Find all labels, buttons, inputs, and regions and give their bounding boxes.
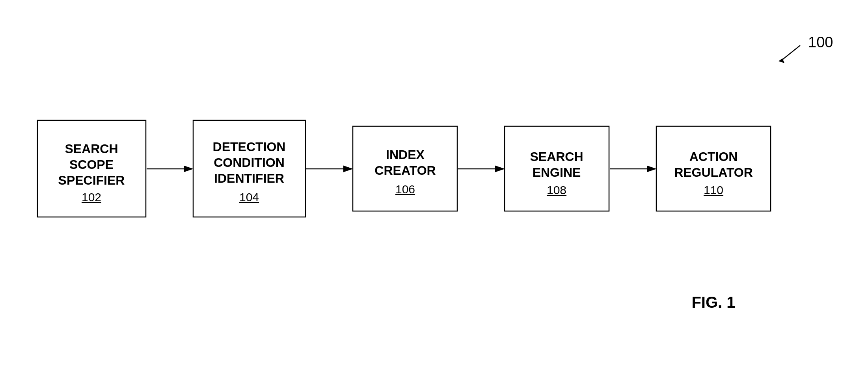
svg-text:INDEX: INDEX bbox=[386, 148, 425, 162]
svg-text:CREATOR: CREATOR bbox=[374, 163, 436, 178]
ref-110: 110 bbox=[704, 183, 723, 196]
svg-text:CONDITION: CONDITION bbox=[214, 155, 285, 170]
svg-text:ENGINE: ENGINE bbox=[533, 165, 581, 180]
svg-text:SPECIFIER: SPECIFIER bbox=[58, 173, 125, 187]
ref-108: 108 bbox=[547, 183, 566, 196]
svg-line-0 bbox=[780, 45, 800, 61]
ref-104: 104 bbox=[239, 191, 259, 204]
figure-label: FIG. 1 bbox=[691, 294, 735, 311]
diagram-container: 100 SEARCH SCOPE SPECIFIER 102 DETECTION… bbox=[0, 0, 868, 374]
ref-102: 102 bbox=[82, 191, 101, 204]
svg-text:SEARCH: SEARCH bbox=[530, 150, 583, 164]
svg-text:IDENTIFIER: IDENTIFIER bbox=[214, 171, 284, 185]
svg-text:ACTION: ACTION bbox=[689, 150, 738, 164]
svg-text:SCOPE: SCOPE bbox=[69, 157, 114, 172]
svg-text:DETECTION: DETECTION bbox=[213, 140, 286, 154]
svg-text:SEARCH: SEARCH bbox=[65, 142, 118, 156]
svg-text:REGULATOR: REGULATOR bbox=[674, 165, 753, 180]
ref-106: 106 bbox=[395, 183, 415, 196]
diagram-number: 100 bbox=[808, 34, 833, 50]
